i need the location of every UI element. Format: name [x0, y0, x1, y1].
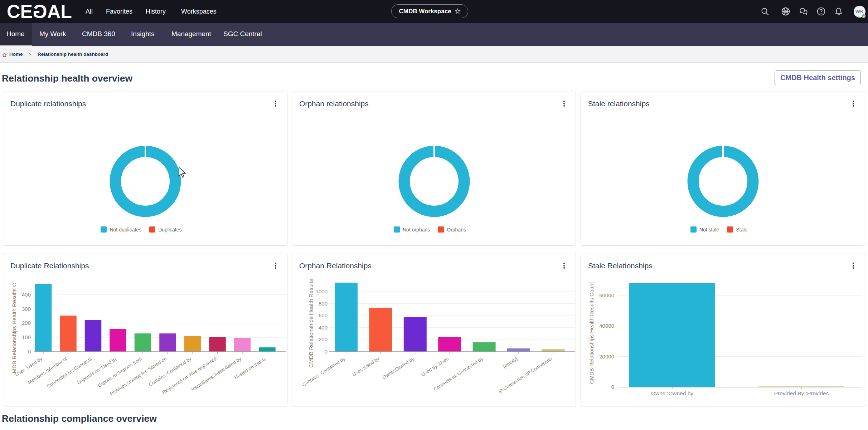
svg-text:Depends on::Used by: Depends on::Used by	[76, 356, 118, 386]
svg-text:CMDB Relationships Health Resu: CMDB Relationships Health Results Count	[588, 282, 595, 384]
svg-text:300: 300	[22, 306, 31, 312]
svg-text:Owns::Owned by: Owns::Owned by	[382, 356, 415, 380]
svg-text:Uses::Used by: Uses::Used by	[351, 356, 380, 377]
svg-text:400: 400	[319, 324, 328, 331]
svg-text:0: 0	[325, 348, 328, 355]
svg-text:Exports to::Imports from: Exports to::Imports from	[97, 356, 143, 388]
svg-text:Contains::Contained by: Contains::Contained by	[148, 356, 193, 388]
svg-text:Connected by::Connects: Connected by::Connects	[46, 356, 93, 389]
svg-text:IP Connection::IP Connection: IP Connection::IP Connection	[498, 356, 553, 395]
svg-text:MDB Relationships Health Resul: MDB Relationships Health Results C	[11, 283, 17, 373]
svg-text:Provided By::Provides: Provided By::Provides	[774, 390, 829, 396]
svg-text:400: 400	[22, 292, 31, 298]
svg-text:CMDB Relationships Health Resu: CMDB Relationships Health Results	[308, 279, 314, 368]
svg-text:200: 200	[22, 320, 31, 326]
svg-text:Owns::Owned by: Owns::Owned by	[651, 390, 693, 396]
svg-text:Instantiates::Instantiated by: Instantiates::Instantiated by	[190, 356, 242, 392]
svg-text:100: 100	[22, 334, 31, 340]
svg-text:60000: 60000	[599, 292, 614, 298]
svg-text:(empty): (empty)	[502, 356, 518, 369]
svg-text:40000: 40000	[599, 323, 614, 329]
svg-text:Used by::Uses: Used by::Uses	[421, 356, 450, 377]
svg-text:1000: 1000	[316, 288, 328, 294]
svg-text:0: 0	[611, 384, 614, 390]
svg-text:800: 800	[319, 300, 328, 307]
svg-text:600: 600	[319, 312, 328, 318]
svg-text:20000: 20000	[599, 353, 614, 360]
svg-text:200: 200	[319, 336, 328, 342]
svg-text:0: 0	[28, 348, 31, 355]
